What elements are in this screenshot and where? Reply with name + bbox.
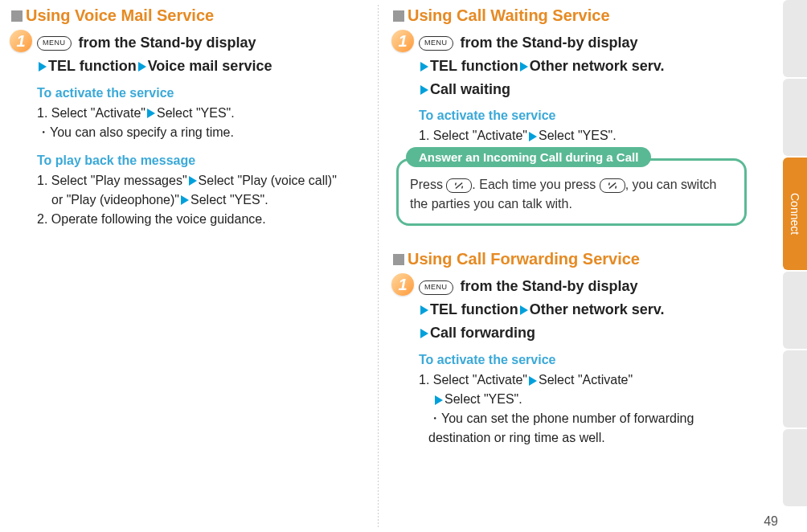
cw-nav3: Call waiting [430, 81, 510, 97]
arrow-icon [181, 195, 189, 205]
step-number-1: 1 [391, 273, 414, 296]
arrow-icon [420, 329, 428, 338]
cf-note-text: ・You can set the phone number of forward… [419, 409, 747, 448]
step-number-1: 1 [391, 30, 414, 52]
side-tab-grey-5 [783, 429, 807, 506]
vm-p1d: Select "YES". [190, 193, 268, 207]
cw-activate-text: 1. Select "Activate"Select "YES". [419, 126, 747, 145]
voice-mail-step1: 1 MENU from the Stand-by display TEL fun… [11, 31, 363, 78]
cw-step-text: MENU from the Stand-by display TEL funct… [419, 31, 747, 100]
menu-icon: MENU [37, 36, 72, 51]
left-column: Using Voice Mail Service 1 MENU from the… [0, 0, 378, 532]
cw-activate-block: To activate the service 1. Select "Activ… [393, 108, 747, 145]
info-b: . Each time you press [472, 178, 599, 191]
page: Using Voice Mail Service 1 MENU from the… [0, 0, 807, 532]
call-waiting-title: Using Call Waiting Service [408, 6, 610, 25]
arrow-icon [420, 62, 428, 72]
vm-activate-head: To activate the service [37, 86, 363, 100]
vm-p1a: 1. Select "Play messages" [37, 174, 187, 187]
cw-nav1: TEL function [430, 58, 518, 74]
vm-play-head: To play back the message [37, 153, 363, 168]
cw-activate-head: To activate the service [419, 108, 747, 123]
section-marker [393, 10, 404, 22]
cf-line1: from the Stand-by display [457, 278, 638, 294]
vm-act-l2: Select "YES". [157, 106, 235, 120]
voice-mail-title: Using Voice Mail Service [26, 6, 214, 25]
step-number-1: 1 [10, 30, 32, 52]
cw-act-l1: 1. Select "Activate" [419, 129, 527, 142]
vm-act-note: ・You can also specify a ring time. [37, 125, 234, 139]
call-key-icon [600, 178, 625, 193]
cf-note: ・You can set the phone number of forward… [419, 409, 747, 448]
call-forwarding-title-row: Using Call Forwarding Service [393, 250, 747, 268]
side-tab-grey-1 [783, 0, 807, 77]
cf-l1b: Select "Activate" [539, 373, 633, 387]
call-forwarding-title: Using Call Forwarding Service [408, 250, 640, 268]
section-marker [11, 10, 23, 22]
arrow-icon [520, 305, 528, 315]
cw-nav2: Other network serv. [530, 58, 665, 74]
voice-mail-step-text: MENU from the Stand-by display TEL funct… [37, 31, 363, 78]
vm-nav2: Voice mail service [148, 58, 272, 74]
vm-nav1: TEL function [48, 58, 137, 74]
side-tab-grey-4 [783, 350, 807, 428]
vm-p1-ind: or "Play (videophone)"Select "YES". [37, 190, 363, 210]
voice-mail-title-row: Using Voice Mail Service [11, 6, 363, 25]
cf-l1-ind: Select "YES". [419, 390, 747, 409]
arrow-icon [39, 62, 47, 72]
vm-activate-text: 1. Select "Activate"Select "YES". ・You c… [37, 104, 363, 142]
side-tab-grey-3 [783, 272, 807, 349]
vm-line1: from the Stand-by display [75, 35, 256, 51]
menu-icon: MENU [419, 280, 453, 295]
page-number: 49 [764, 514, 778, 529]
side-tab-connect[interactable]: Connect [783, 158, 807, 270]
call-key-icon [446, 178, 472, 193]
cf-nav2: Other network serv. [530, 301, 665, 317]
vm-p1b: Select "Play (voice call)" [199, 174, 337, 187]
vm-play-text: 1. Select "Play messages"Select "Play (v… [37, 171, 363, 229]
arrow-icon [420, 85, 428, 95]
info-a: Press [410, 178, 446, 191]
info-box-wrapper: Answer an Incoming Call during a Call Pr… [393, 158, 747, 226]
cf-activate-block: To activate the service 1. Select "Activ… [393, 353, 747, 448]
arrow-icon [147, 108, 155, 118]
call-waiting-title-row: Using Call Waiting Service [393, 6, 747, 25]
cf-l1a: 1. Select "Activate" [419, 373, 527, 387]
arrow-icon [435, 395, 443, 405]
cf-step-text: MENU from the Stand-by display TEL funct… [419, 275, 747, 344]
arrow-icon [529, 376, 537, 386]
call-waiting-step1: 1 MENU from the Stand-by display TEL fun… [393, 31, 747, 100]
menu-icon: MENU [419, 36, 453, 51]
right-column: Using Call Waiting Service 1 MENU from t… [379, 0, 756, 532]
cw-act-l2: Select "YES". [539, 129, 617, 142]
info-box: Press . Each time you press , you can sw… [396, 158, 747, 226]
cf-nav1: TEL function [430, 301, 518, 317]
arrow-icon [189, 176, 197, 186]
vm-p1c: or "Play (videophone)" [51, 193, 179, 207]
side-tabs: Connect [783, 0, 807, 532]
side-tab-grey-2 [783, 79, 807, 156]
cw-line1: from the Stand-by display [457, 35, 638, 51]
cf-nav3: Call forwarding [430, 325, 535, 341]
cf-activate-head: To activate the service [419, 353, 747, 367]
vm-p2: 2. Operate following the voice guidance. [37, 212, 266, 226]
cf-l1c: Select "YES". [444, 392, 522, 406]
info-pill: Answer an Incoming Call during a Call [406, 147, 651, 167]
cf-activate-text: 1. Select "Activate"Select "Activate" Se… [419, 370, 747, 448]
section-marker [393, 254, 404, 265]
arrow-icon [420, 305, 428, 315]
arrow-icon [138, 62, 146, 72]
vm-activate-block: To activate the service 1. Select "Activ… [11, 86, 363, 142]
arrow-icon [529, 132, 537, 141]
arrow-icon [520, 62, 528, 72]
side-tab-label: Connect [789, 193, 801, 235]
vm-play-block: To play back the message 1. Select "Play… [11, 153, 363, 229]
call-forwarding-step1: 1 MENU from the Stand-by display TEL fun… [393, 275, 747, 344]
vm-act-l1: 1. Select "Activate" [37, 106, 145, 120]
